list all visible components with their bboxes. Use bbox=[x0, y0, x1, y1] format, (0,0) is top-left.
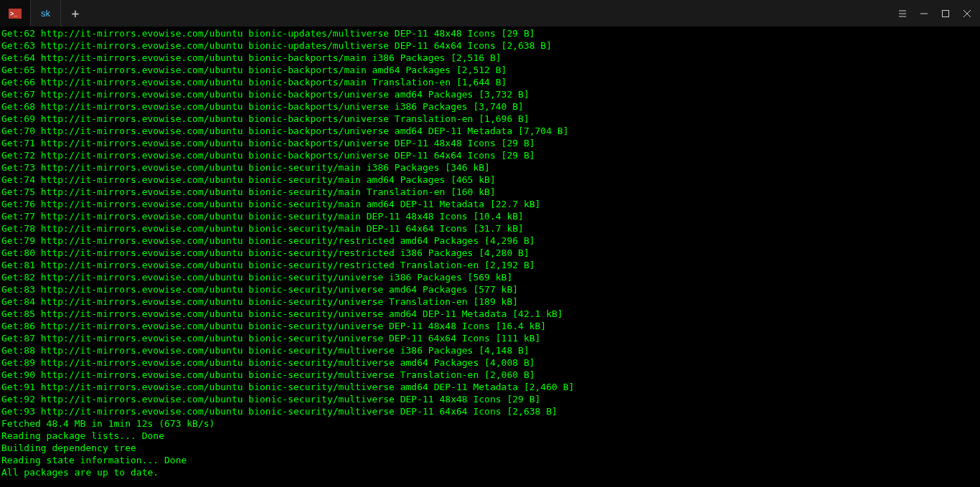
close-icon bbox=[963, 9, 971, 18]
terminal-line: Get:64 http://it-mirrors.evowise.com/ubu… bbox=[1, 52, 979, 64]
new-tab-button[interactable]: + bbox=[61, 0, 90, 27]
maximize-button[interactable] bbox=[936, 0, 956, 27]
titlebar-spacer bbox=[90, 0, 892, 27]
terminal-line: Get:88 http://it-mirrors.evowise.com/ubu… bbox=[1, 344, 979, 356]
terminal-line: Get:62 http://it-mirrors.evowise.com/ubu… bbox=[1, 27, 979, 39]
minimize-button[interactable] bbox=[914, 0, 934, 27]
terminal-line: Get:76 http://it-mirrors.evowise.com/ubu… bbox=[1, 198, 979, 210]
terminal-line: Get:77 http://it-mirrors.evowise.com/ubu… bbox=[1, 210, 979, 222]
tab-label: sk bbox=[41, 8, 50, 19]
terminal-line: All packages are up to date. bbox=[1, 466, 979, 478]
terminal-line: Get:84 http://it-mirrors.evowise.com/ubu… bbox=[1, 295, 979, 308]
terminal-line: Get:92 http://it-mirrors.evowise.com/ubu… bbox=[1, 393, 979, 405]
menu-button[interactable] bbox=[892, 0, 913, 27]
minimize-icon bbox=[920, 9, 928, 18]
terminal-line: Get:72 http://it-mirrors.evowise.com/ubu… bbox=[1, 149, 979, 161]
tab-sk[interactable]: sk bbox=[31, 0, 61, 27]
terminal-line: Get:79 http://it-mirrors.evowise.com/ubu… bbox=[1, 235, 979, 247]
terminal-line: Get:69 http://it-mirrors.evowise.com/ubu… bbox=[1, 113, 979, 125]
terminal-line: Fetched 48.4 MB in 1min 12s (673 kB/s) bbox=[1, 417, 979, 430]
terminal-line: Reading state information... Done bbox=[1, 454, 979, 466]
titlebar: sk + bbox=[0, 0, 980, 27]
terminal-line: Get:74 http://it-mirrors.evowise.com/ubu… bbox=[1, 174, 979, 186]
terminal-line: Get:93 http://it-mirrors.evowise.com/ubu… bbox=[1, 405, 979, 417]
terminal-line: Get:75 http://it-mirrors.evowise.com/ubu… bbox=[1, 186, 979, 198]
terminal-line: Get:68 http://it-mirrors.evowise.com/ubu… bbox=[1, 100, 979, 113]
terminal-line: Get:71 http://it-mirrors.evowise.com/ubu… bbox=[1, 137, 979, 149]
terminal-line: Get:73 http://it-mirrors.evowise.com/ubu… bbox=[1, 161, 979, 174]
terminal-line: Get:86 http://it-mirrors.evowise.com/ubu… bbox=[1, 320, 979, 332]
terminal-line: Get:82 http://it-mirrors.evowise.com/ubu… bbox=[1, 271, 979, 283]
terminal-line: Get:85 http://it-mirrors.evowise.com/ubu… bbox=[1, 308, 979, 320]
svg-rect-0 bbox=[943, 10, 949, 16]
terminal-line: Get:66 http://it-mirrors.evowise.com/ubu… bbox=[1, 76, 979, 88]
terminal-line: Get:91 http://it-mirrors.evowise.com/ubu… bbox=[1, 381, 979, 393]
terminal-icon bbox=[9, 9, 22, 19]
close-button[interactable] bbox=[957, 0, 977, 27]
terminal-line: Get:80 http://it-mirrors.evowise.com/ubu… bbox=[1, 247, 979, 259]
hamburger-icon bbox=[898, 9, 907, 18]
terminal-output[interactable]: Get:62 http://it-mirrors.evowise.com/ubu… bbox=[0, 27, 980, 478]
terminal-line: Get:70 http://it-mirrors.evowise.com/ubu… bbox=[1, 125, 979, 137]
terminal-line: Building dependency tree bbox=[1, 442, 979, 454]
terminal-line: Get:81 http://it-mirrors.evowise.com/ubu… bbox=[1, 259, 979, 271]
tab-terminal-icon[interactable] bbox=[0, 0, 31, 27]
terminal-line: Get:63 http://it-mirrors.evowise.com/ubu… bbox=[1, 39, 979, 52]
window-controls bbox=[892, 0, 980, 27]
terminal-line: Get:78 http://it-mirrors.evowise.com/ubu… bbox=[1, 222, 979, 235]
maximize-icon bbox=[941, 9, 950, 18]
terminal-line: Reading package lists... Done bbox=[1, 430, 979, 442]
terminal-line: Get:67 http://it-mirrors.evowise.com/ubu… bbox=[1, 88, 979, 100]
plus-icon: + bbox=[72, 6, 80, 21]
terminal-line: Get:90 http://it-mirrors.evowise.com/ubu… bbox=[1, 369, 979, 381]
terminal-line: Get:89 http://it-mirrors.evowise.com/ubu… bbox=[1, 356, 979, 369]
terminal-line: Get:65 http://it-mirrors.evowise.com/ubu… bbox=[1, 64, 979, 76]
terminal-line: Get:83 http://it-mirrors.evowise.com/ubu… bbox=[1, 283, 979, 295]
terminal-line: Get:87 http://it-mirrors.evowise.com/ubu… bbox=[1, 332, 979, 344]
